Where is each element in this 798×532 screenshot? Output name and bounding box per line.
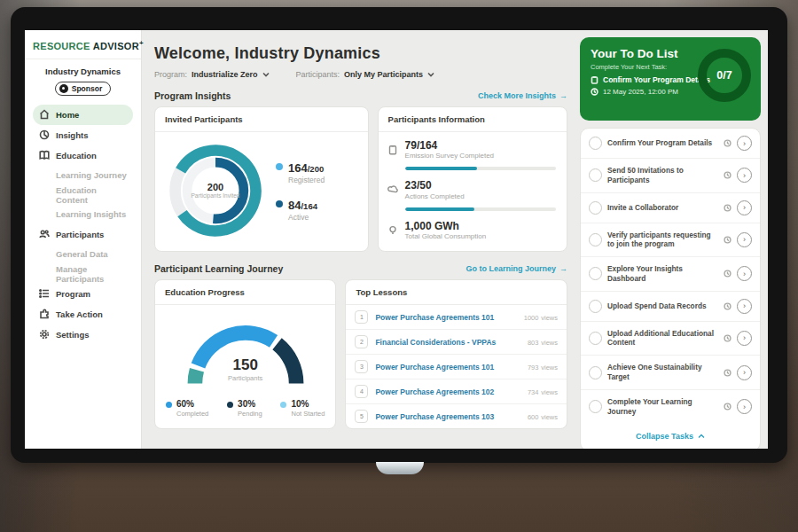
page-title: Welcome, Industry Dynamics (154, 44, 567, 63)
sidebar-item-learning-journey[interactable]: Learning Journey (33, 166, 133, 185)
sidebar-item-participants[interactable]: Participants (33, 224, 133, 245)
sidebar-item-education-content[interactable]: Education Content (33, 185, 133, 205)
lesson-row-2[interactable]: 2 Financial Considerations - VPPAs 803 v… (346, 330, 567, 355)
lesson-title-link[interactable]: Power Purchase Agreements 103 (375, 412, 520, 421)
task-label: Upload Additional Educational Content (607, 329, 718, 348)
sidebar-item-learning-insights[interactable]: Learning Insights (33, 205, 133, 224)
stat-value: 23/50 (405, 179, 465, 192)
sidebar-item-education[interactable]: Education (33, 145, 133, 166)
lesson-views: 1000 (524, 314, 539, 322)
home-icon (39, 109, 50, 120)
task-open-button[interactable]: › (737, 399, 752, 414)
clipboard-icon (387, 145, 398, 155)
task-open-button[interactable]: › (737, 331, 752, 346)
todo-tasks-card: Confirm Your Program Details › Send 50 I… (580, 128, 761, 449)
task-checkbox[interactable] (589, 332, 602, 345)
top-lessons-card: Top Lessons 1 Power Purchase Agreements … (345, 279, 567, 429)
program-dropdown[interactable]: Program: Industrialize Zero (154, 70, 270, 79)
task-open-button[interactable]: › (737, 232, 752, 247)
task-open-button[interactable]: › (737, 299, 752, 314)
lesson-views: 600 (528, 413, 539, 421)
lesson-title-link[interactable]: Financial Considerations - VPPAs (375, 338, 520, 347)
task-open-button[interactable]: › (737, 200, 752, 215)
sidebar-nav: Home Insights Education Learning Journey… (33, 105, 133, 345)
legend-value: 60% (176, 399, 208, 410)
legend-value: 164 (288, 161, 308, 175)
clock-icon (591, 88, 598, 96)
stat-label: Actions Completed (405, 192, 465, 200)
sidebar-item-manage-participants[interactable]: Manage Participants (33, 264, 133, 284)
task-label: Invite a Collaborator (607, 203, 718, 213)
invited-participants-card: Invited Participants 200 Partic (154, 106, 369, 252)
journey-cards-row: Education Progress 150 Participants (154, 279, 567, 429)
legend-value: 30% (238, 399, 262, 410)
task-checkbox[interactable] (589, 366, 602, 379)
gear-icon (39, 329, 50, 340)
emission-progress-bar (405, 167, 556, 170)
views-suffix: views (541, 364, 558, 372)
actions-progress-bar (405, 207, 556, 211)
sidebar-item-take-action[interactable]: Take Action (33, 304, 133, 325)
task-checkbox[interactable] (589, 168, 602, 182)
task-label: Verify participants requesting to join t… (607, 231, 718, 250)
lesson-views: 803 (528, 339, 539, 347)
invited-card-body: 200 Participants Invited 164/200 Registe… (155, 132, 368, 251)
legend-label: Completed (176, 410, 208, 418)
task-open-button[interactable]: › (737, 136, 752, 151)
learning-journey-header: Participant Learning Journey Go to Learn… (154, 263, 567, 274)
sponsor-icon (59, 84, 68, 93)
stat-value: 1,000 GWh (405, 220, 487, 232)
task-checkbox[interactable] (589, 400, 602, 413)
task-open-button[interactable]: › (737, 365, 752, 380)
lesson-row-3[interactable]: 3 Power Purchase Agreements 101 793 view… (346, 355, 567, 379)
task-row-6: Upload Spend Data Records › (581, 292, 760, 322)
check-more-insights-link[interactable]: Check More Insights → (478, 91, 567, 100)
sidebar-item-general-data[interactable]: General Data (33, 245, 133, 264)
task-label: Confirm Your Program Details (607, 138, 718, 148)
views-suffix: views (541, 314, 558, 322)
lesson-title-link[interactable]: Power Purchase Agreements 101 (375, 313, 516, 322)
sidebar-item-label: Settings (56, 330, 89, 340)
collapse-tasks-button[interactable]: Collapse Tasks (581, 423, 760, 449)
legend-item-registered: 164/200 Registered (276, 160, 325, 184)
sidebar-item-insights[interactable]: Insights (33, 125, 133, 145)
todo-panel: Your To Do List Complete Your Next Task:… (580, 30, 768, 449)
lesson-views: 793 (528, 364, 539, 372)
clipboard-icon (591, 76, 598, 84)
sidebar-item-settings[interactable]: Settings (33, 325, 133, 345)
lesson-title-link[interactable]: Power Purchase Agreements 102 (375, 387, 520, 396)
clock-icon (724, 369, 732, 377)
go-to-learning-journey-link[interactable]: Go to Learning Journey → (466, 264, 567, 273)
task-open-button[interactable]: › (737, 266, 752, 281)
clock-icon (724, 334, 732, 342)
monitor-stand (376, 462, 424, 474)
stat-label: Total Global Consumption (405, 232, 487, 240)
lesson-title-link[interactable]: Power Purchase Agreements 101 (375, 363, 520, 372)
task-checkbox[interactable] (589, 201, 602, 215)
sidebar-item-program[interactable]: Program (33, 284, 133, 304)
lesson-row-1[interactable]: 1 Power Purchase Agreements 101 1000 vie… (346, 305, 567, 330)
sidebar-item-label: Education (56, 151, 97, 160)
lesson-row-5[interactable]: 5 Power Purchase Agreements 103 600 view… (346, 404, 567, 428)
sidebar-item-label: Learning Journey (56, 170, 127, 180)
participants-dropdown[interactable]: Participants: Only My Participants (296, 70, 435, 79)
task-open-button[interactable]: › (737, 168, 752, 183)
legend-label: Not Started (291, 410, 325, 418)
lesson-row-4[interactable]: 4 Power Purchase Agreements 102 734 view… (346, 379, 567, 404)
task-checkbox[interactable] (589, 137, 602, 150)
sponsor-badge[interactable]: Sponsor (55, 82, 111, 96)
sidebar-item-home[interactable]: Home (33, 105, 133, 125)
progress-fill (405, 207, 474, 211)
task-checkbox[interactable] (589, 267, 602, 280)
card-title: Top Lessons (346, 280, 567, 305)
lesson-views: 734 (528, 388, 539, 396)
stat-value: 79/164 (405, 139, 494, 152)
task-checkbox[interactable] (589, 233, 602, 246)
task-label: Send 50 Invitations to Participants (607, 166, 718, 185)
task-checkbox[interactable] (589, 300, 602, 313)
legend-total: /164 (301, 201, 317, 211)
gauge-center-value: 150 (168, 356, 324, 374)
legend-item-active: 84/164 Active (276, 197, 325, 222)
legend-dot-registered (276, 163, 283, 170)
book-icon (39, 150, 50, 160)
